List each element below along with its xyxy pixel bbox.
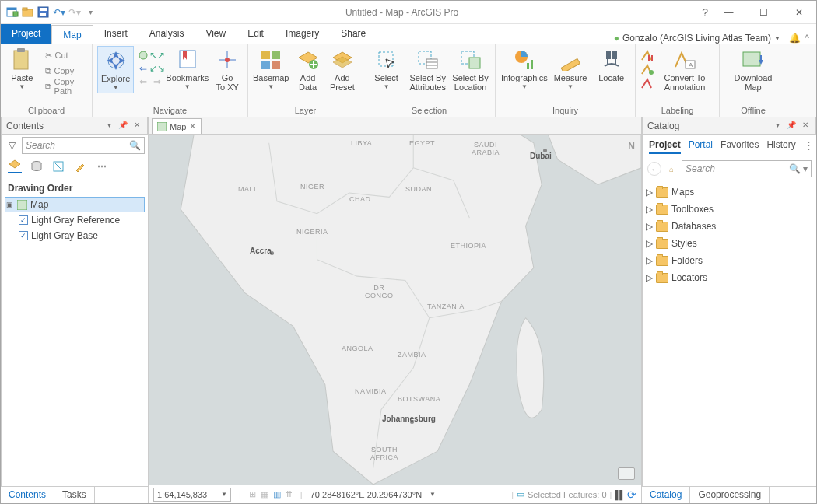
tab-insert[interactable]: Insert xyxy=(93,24,139,44)
list-by-drawing-order-icon[interactable] xyxy=(8,159,22,173)
catalog-home-icon[interactable]: ⌂ xyxy=(664,162,678,176)
expand-icon[interactable]: ▷ xyxy=(646,187,653,198)
expand-icon[interactable]: ▷ xyxy=(646,255,653,266)
goto-xy-button[interactable]: Go To XY xyxy=(212,46,243,92)
expand-icon[interactable]: ▷ xyxy=(646,272,653,283)
tree-map-node[interactable]: ▣ Map xyxy=(5,197,145,212)
label-pause-icon[interactable] xyxy=(640,49,654,61)
explore-button[interactable]: Explore ▼ xyxy=(97,46,134,93)
tab-edit[interactable]: Edit xyxy=(237,24,275,44)
tab-project[interactable]: Project xyxy=(1,24,51,44)
basemap-button[interactable]: Basemap ▼ xyxy=(253,46,289,90)
convert-to-annotation-button[interactable]: A Convert To Annotation xyxy=(657,46,712,92)
catalog-tab-history[interactable]: History xyxy=(766,139,795,154)
contents-search-input[interactable]: Search 🔍 xyxy=(22,137,145,154)
contents-pin-icon[interactable]: 📌 xyxy=(117,121,128,131)
window-minimize-button[interactable]: — xyxy=(711,1,746,24)
catalog-back-icon[interactable]: ← xyxy=(647,162,661,176)
expand-icon[interactable]: ▷ xyxy=(646,238,653,249)
catalog-node-toolboxes[interactable]: ▷Toolboxes xyxy=(646,201,813,218)
prev-extent-icon[interactable]: ⇐ xyxy=(137,62,149,74)
expand-icon[interactable]: ▷ xyxy=(646,221,653,232)
coords-dropdown-icon[interactable]: ▼ xyxy=(430,491,436,498)
map-canvas[interactable]: N LIBYA EGYPT SAUDI ARABIA MALI NIGER CH… xyxy=(149,135,641,485)
tab-map[interactable]: Map xyxy=(51,25,93,44)
list-by-source-icon[interactable] xyxy=(30,159,44,173)
list-more-icon[interactable]: ⋯ xyxy=(95,159,109,173)
signin-user[interactable]: ● Gonzalo (ArcGIS Living Atlas Team) ▼ xyxy=(614,33,787,44)
fixed-zoom-in-icon[interactable]: ↖↗ xyxy=(151,49,163,61)
copy-path-button[interactable]: ⧉Copy Path xyxy=(42,79,87,94)
qat-redo-icon[interactable]: ↷▾ xyxy=(68,5,82,19)
catalog-tab-more-icon[interactable]: ⋮ xyxy=(804,139,814,154)
locate-button[interactable]: Locate xyxy=(592,46,630,82)
collapse-icon[interactable]: ▣ xyxy=(5,201,13,208)
catalog-node-databases[interactable]: ▷Databases xyxy=(646,218,813,235)
grid-icon[interactable]: ▦ xyxy=(261,489,268,499)
dynamic-icon[interactable]: ⵌ xyxy=(286,489,293,499)
contents-menu-icon[interactable]: ▾ xyxy=(103,121,114,131)
attribution-icon[interactable] xyxy=(618,467,635,480)
refresh-icon[interactable]: ⟳ xyxy=(627,488,636,501)
contents-close-icon[interactable]: ✕ xyxy=(131,121,142,131)
measure-button[interactable]: Measure ▼ xyxy=(552,46,590,90)
catalog-tab-portal[interactable]: Portal xyxy=(689,139,713,154)
filter-icon[interactable]: ▽ xyxy=(5,140,19,151)
tree-layer-2[interactable]: ✓ Light Gray Base xyxy=(5,228,145,243)
qat-customize-icon[interactable]: ▾ xyxy=(83,5,97,19)
next-extent-icon[interactable]: ⇐ xyxy=(137,75,149,87)
copy-button[interactable]: ⧉Copy xyxy=(42,63,87,79)
map-tab-close-icon[interactable]: ✕ xyxy=(189,121,196,131)
catalog-search-input[interactable]: Search 🔍 ▾ xyxy=(682,160,812,177)
catalog-menu-icon[interactable]: ▾ xyxy=(772,121,783,131)
expand-icon[interactable]: ▷ xyxy=(646,204,653,215)
infographics-button[interactable]: Infographics ▼ xyxy=(500,46,549,90)
contents-tab-tasks[interactable]: Tasks xyxy=(54,487,95,503)
full-extent-icon[interactable] xyxy=(137,49,149,61)
tree-layer-1[interactable]: ✓ Light Gray Reference xyxy=(5,212,145,228)
tab-imagery[interactable]: Imagery xyxy=(275,24,330,44)
select-by-attributes-button[interactable]: Select By Attributes xyxy=(408,46,447,92)
catalog-tab-project[interactable]: Project xyxy=(649,139,681,154)
tab-view[interactable]: View xyxy=(195,24,237,44)
help-icon[interactable]: ? xyxy=(702,6,708,19)
catalog-node-locators[interactable]: ▷Locators xyxy=(646,269,813,286)
paste-button[interactable]: Paste ▼ xyxy=(5,46,39,90)
fixed-zoom-out-icon[interactable]: ↙↘ xyxy=(151,62,163,74)
cut-button[interactable]: ✂Cut xyxy=(42,47,87,63)
snapping-icon[interactable]: ⊞ xyxy=(249,489,256,499)
catalog-tab-favorites[interactable]: Favorites xyxy=(721,139,759,154)
next-extent2-icon[interactable]: ⇒ xyxy=(151,75,163,87)
catalog-node-styles[interactable]: ▷Styles xyxy=(646,235,813,252)
catalog-bottom-tab-geoprocessing[interactable]: Geoprocessing xyxy=(690,487,770,503)
qat-undo-icon[interactable]: ↶▾ xyxy=(52,5,66,19)
tab-analysis[interactable]: Analysis xyxy=(139,24,195,44)
qat-save-icon[interactable] xyxy=(37,5,51,19)
catalog-node-maps[interactable]: ▷Maps xyxy=(646,184,813,201)
window-close-button[interactable]: ✕ xyxy=(781,1,816,24)
add-data-button[interactable]: Add Data xyxy=(292,46,323,92)
select-button[interactable]: Select ▼ xyxy=(368,46,405,90)
catalog-pin-icon[interactable]: 📌 xyxy=(786,121,797,131)
list-by-editing-icon[interactable] xyxy=(73,159,87,173)
download-map-button[interactable]: Download Map xyxy=(731,46,775,92)
checkbox-checked-icon[interactable]: ✓ xyxy=(19,231,28,240)
label-more-icon[interactable] xyxy=(640,63,654,75)
bookmarks-button[interactable]: Bookmarks ▼ xyxy=(166,46,209,90)
qat-open-project-icon[interactable] xyxy=(21,5,35,19)
map-tab[interactable]: Map ✕ xyxy=(152,118,202,134)
catalog-bottom-tab-catalog[interactable]: Catalog xyxy=(642,487,690,503)
list-by-selection-icon[interactable] xyxy=(51,159,65,173)
select-by-location-button[interactable]: Select By Location xyxy=(451,46,490,92)
checkbox-checked-icon[interactable]: ✓ xyxy=(19,215,28,225)
scale-input[interactable]: 1:64,145,833 ▼ xyxy=(153,488,231,502)
qat-new-project-icon[interactable] xyxy=(5,5,19,19)
label-view-unplaced-icon[interactable] xyxy=(640,77,654,89)
catalog-node-folders[interactable]: ▷Folders xyxy=(646,252,813,269)
contents-tab-contents[interactable]: Contents xyxy=(1,487,54,503)
notifications-icon[interactable]: 🔔 xyxy=(787,33,802,44)
pause-drawing-icon[interactable]: ▌▌ xyxy=(615,490,624,499)
tab-share[interactable]: Share xyxy=(330,24,377,44)
constraints-icon[interactable]: ▥ xyxy=(273,489,281,499)
collapse-ribbon-icon[interactable]: ^ xyxy=(802,33,816,44)
